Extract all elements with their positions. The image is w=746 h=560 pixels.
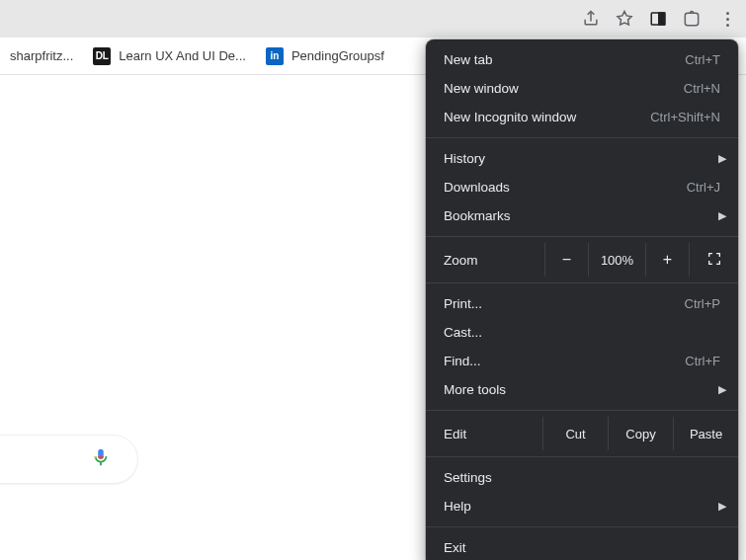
menu-separator [426,236,738,237]
browser-menu: New tab Ctrl+T New window Ctrl+N New Inc… [426,40,738,560]
menu-item-history[interactable]: History ▶ [426,144,738,173]
edit-label: Edit [426,417,542,450]
menu-item-accel: Ctrl+F [685,354,720,368]
cut-button[interactable]: Cut [542,417,608,450]
menu-item-label: New Incognito window [444,110,650,124]
menu-separator [426,526,738,527]
menu-item-more-tools[interactable]: More tools ▶ [426,375,738,404]
menu-item-label: New window [444,81,684,96]
menu-item-accel: Ctrl+N [684,81,720,96]
menu-item-accel: Ctrl+J [687,180,720,195]
chevron-right-icon: ▶ [718,209,726,222]
menu-item-find[interactable]: Find... Ctrl+F [426,347,738,375]
browser-toolbar [0,0,746,38]
svg-rect-2 [685,13,698,26]
paste-button[interactable]: Paste [673,417,738,450]
bookmark-label: PendingGroupsf [291,48,384,63]
menu-item-label: Cast... [444,325,720,340]
menu-item-print[interactable]: Print... Ctrl+P [426,289,738,318]
menu-item-label: Print... [444,296,685,311]
bookmark-favicon: DL [93,47,111,65]
menu-button[interactable] [714,6,740,32]
menu-item-label: Settings [444,470,720,485]
fullscreen-icon [706,251,722,270]
menu-item-label: Downloads [444,180,687,195]
bookmark-item[interactable]: DL Learn UX And UI De... [83,38,256,74]
bookmark-label: sharpfritz... [10,48,73,63]
menu-item-label: New tab [444,52,685,67]
star-icon[interactable] [614,8,635,30]
menu-separator [426,282,738,283]
menu-item-edit: Edit Cut Copy Paste [426,417,738,450]
bookmark-label: Learn UX And UI De... [119,48,246,63]
search-box[interactable] [0,435,138,484]
menu-separator [426,410,738,411]
menu-item-label: Bookmarks [444,208,720,223]
menu-item-label: Help [444,499,720,514]
bookmark-item[interactable]: sharpfritz... [0,38,83,74]
side-panel-icon[interactable] [647,8,669,30]
copy-button[interactable]: Copy [608,417,673,450]
menu-item-bookmarks[interactable]: Bookmarks ▶ [426,201,738,230]
menu-item-new-window[interactable]: New window Ctrl+N [426,74,738,103]
menu-item-label: History [444,151,720,166]
menu-separator [426,456,738,457]
menu-item-accel: Ctrl+T [685,52,720,67]
zoom-label: Zoom [426,243,544,277]
menu-item-help[interactable]: Help ▶ [426,492,738,520]
menu-item-label: Find... [444,354,685,368]
extension-icon[interactable] [681,8,703,30]
menu-item-accel: Ctrl+Shift+N [650,110,720,124]
chevron-right-icon: ▶ [718,152,726,165]
menu-item-settings[interactable]: Settings [426,463,738,492]
menu-item-cast[interactable]: Cast... [426,318,738,347]
chevron-right-icon: ▶ [718,500,726,513]
chevron-right-icon: ▶ [718,383,726,396]
zoom-in-button[interactable]: + [645,243,689,277]
bookmark-favicon: in [266,47,284,65]
zoom-value: 100% [588,243,645,277]
menu-item-downloads[interactable]: Downloads Ctrl+J [426,173,738,201]
mic-icon[interactable] [90,446,112,472]
menu-item-label: Exit [444,540,720,555]
menu-item-zoom: Zoom − 100% + [426,243,738,277]
share-icon[interactable] [580,8,602,30]
menu-item-label: More tools [444,382,720,397]
menu-separator [426,137,738,138]
menu-item-new-incognito[interactable]: New Incognito window Ctrl+Shift+N [426,103,738,131]
zoom-out-button[interactable]: − [544,243,588,277]
menu-item-accel: Ctrl+P [685,296,720,311]
fullscreen-button[interactable] [689,243,738,277]
bookmark-item[interactable]: in PendingGroupsf [256,38,394,74]
menu-item-exit[interactable]: Exit [426,533,738,560]
svg-rect-1 [659,13,665,25]
dots-vertical-icon [726,12,729,27]
menu-item-new-tab[interactable]: New tab Ctrl+T [426,45,738,74]
